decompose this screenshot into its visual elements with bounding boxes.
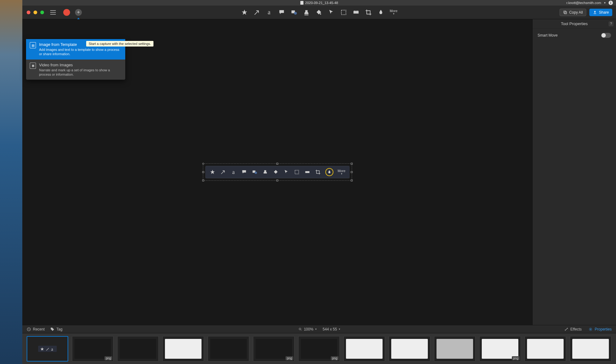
- tag-button[interactable]: Tag: [50, 327, 62, 331]
- recent-label: Recent: [33, 327, 45, 331]
- thumbnail-tray: a png png png png: [22, 333, 616, 364]
- resize-handle[interactable]: [277, 163, 278, 165]
- dimensions-control[interactable]: 544 x 55 ▾: [323, 327, 340, 331]
- copy-icon: [563, 10, 567, 15]
- popover-item-desc: Narrate and mark up a set of images to s…: [39, 68, 122, 77]
- shape-tool-icon[interactable]: [290, 9, 297, 16]
- minimize-window-button[interactable]: [33, 11, 37, 14]
- tray-thumbnail[interactable]: png: [72, 336, 113, 362]
- clock-icon: [27, 327, 31, 331]
- capture-button[interactable]: [63, 9, 70, 16]
- text-tool-icon[interactable]: a: [266, 9, 273, 16]
- tag-icon: [50, 327, 55, 331]
- properties-button[interactable]: Properties: [588, 327, 612, 331]
- close-window-button[interactable]: [27, 11, 30, 14]
- popover-item-title: Video from Images: [39, 63, 122, 67]
- tray-thumbnail[interactable]: [570, 336, 611, 362]
- title-bar: 2020-09-21_13-45-48 r.knott@techsmith.co…: [22, 0, 616, 6]
- file-badge: png: [331, 356, 339, 360]
- menu-button[interactable]: [50, 10, 56, 15]
- help-icon[interactable]: ?: [609, 21, 614, 26]
- video-icon: ▣: [30, 63, 36, 69]
- tooltip: Start a capture with the selected settin…: [86, 41, 153, 47]
- svg-point-10: [590, 329, 592, 330]
- template-icon: ▤: [30, 42, 36, 48]
- simplify-tool-icon[interactable]: [377, 9, 384, 16]
- tray-thumbnail[interactable]: [208, 336, 249, 362]
- create-button[interactable]: ＋: [75, 9, 82, 16]
- more-label: More: [390, 9, 397, 13]
- svg-rect-2: [341, 10, 346, 15]
- selection-tool-icon[interactable]: [340, 9, 347, 16]
- dimensions-value: 544 x 55: [323, 327, 337, 331]
- share-button[interactable]: Share: [589, 9, 612, 16]
- selection-marquee: [203, 163, 352, 181]
- recent-button[interactable]: Recent: [27, 327, 45, 331]
- tray-thumbnail[interactable]: [389, 336, 430, 362]
- share-label: Share: [599, 10, 609, 15]
- tray-thumbnail[interactable]: [525, 336, 566, 362]
- tray-bar: Recent Tag 100% ▾ 544 x 55 ▾ Effects: [22, 325, 616, 333]
- tray-thumbnail[interactable]: png: [479, 336, 521, 362]
- user-email[interactable]: r.knott@techsmith.com: [566, 1, 601, 5]
- app-window: 2020-09-21_13-45-48 r.knott@techsmith.co…: [22, 0, 616, 364]
- blur-tool-icon[interactable]: [352, 9, 359, 16]
- fill-tool-icon[interactable]: [315, 9, 322, 16]
- resize-handle[interactable]: [202, 163, 204, 165]
- svg-rect-4: [565, 11, 567, 14]
- resize-handle[interactable]: [351, 171, 352, 173]
- tray-thumbnail[interactable]: a: [27, 336, 68, 362]
- gear-icon: [588, 327, 593, 331]
- property-row: Smart Move: [538, 33, 611, 38]
- wand-icon: [564, 327, 569, 331]
- window-controls: [27, 11, 44, 14]
- tool-strip: a More ▾: [241, 9, 397, 16]
- properties-panel: Tool Properties ? Smart Move: [532, 19, 616, 325]
- search-icon: [298, 327, 302, 331]
- callout-tool-icon[interactable]: [278, 9, 285, 16]
- smart-move-toggle[interactable]: [601, 33, 611, 38]
- copy-all-label: Copy All: [569, 10, 583, 15]
- tray-thumbnail[interactable]: png: [298, 336, 340, 362]
- svg-point-9: [299, 328, 301, 330]
- copy-all-button[interactable]: Copy All: [560, 9, 586, 16]
- chevron-down-icon: ▾: [393, 13, 394, 16]
- resize-handle[interactable]: [277, 180, 278, 181]
- effects-label: Effects: [570, 327, 582, 331]
- share-icon: [593, 10, 597, 15]
- favorites-tool-icon[interactable]: [241, 9, 248, 16]
- resize-handle[interactable]: [351, 180, 352, 181]
- crop-tool-icon[interactable]: [365, 9, 372, 16]
- svg-rect-3: [564, 11, 566, 13]
- tray-thumbnail[interactable]: png: [253, 336, 295, 362]
- effects-button[interactable]: Effects: [564, 327, 582, 331]
- desktop-background: [0, 0, 22, 364]
- tray-thumbnail[interactable]: [117, 336, 159, 362]
- file-badge: png: [512, 356, 520, 360]
- properties-label: Properties: [595, 327, 612, 331]
- resize-handle[interactable]: [351, 163, 352, 165]
- tray-thumbnail[interactable]: [434, 336, 476, 362]
- canvas[interactable]: ▤ Image from Template Add images and tex…: [22, 19, 532, 325]
- tray-thumbnail[interactable]: [162, 336, 204, 362]
- user-dropdown-caret[interactable]: ▼: [604, 2, 606, 4]
- stamp-tool-icon[interactable]: [303, 9, 310, 16]
- resize-handle[interactable]: [202, 171, 204, 173]
- property-label: Smart Move: [538, 33, 558, 38]
- popover-item-video-from-images[interactable]: ▣ Video from Images Narrate and mark up …: [26, 60, 125, 80]
- selected-object[interactable]: a More ▾: [205, 166, 349, 178]
- move-tool-icon[interactable]: [328, 9, 335, 16]
- more-tools-button[interactable]: More ▾: [390, 9, 397, 16]
- zoom-value: 100%: [304, 327, 313, 331]
- main-toolbar: ＋ a More ▾ Copy All: [22, 6, 616, 19]
- properties-title: Tool Properties: [561, 21, 588, 26]
- chevron-down-icon: ▾: [339, 328, 340, 331]
- maximize-window-button[interactable]: [40, 11, 44, 14]
- zoom-control[interactable]: 100% ▾: [298, 327, 317, 331]
- info-icon[interactable]: i: [609, 1, 613, 5]
- tray-thumbnail[interactable]: [343, 336, 385, 362]
- chevron-down-icon: ▾: [315, 328, 317, 331]
- arrow-tool-icon[interactable]: [253, 9, 260, 16]
- resize-handle[interactable]: [202, 180, 204, 181]
- file-badge: png: [104, 356, 112, 360]
